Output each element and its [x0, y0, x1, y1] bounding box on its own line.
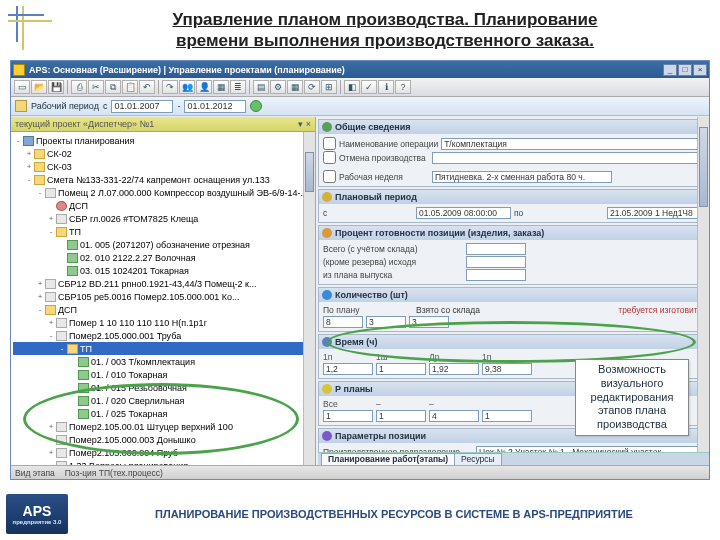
folder-icon: [45, 305, 56, 315]
doc-icon: [56, 435, 67, 445]
app-icon: [13, 64, 25, 76]
tree-row[interactable]: +СБР гл.0026 #ТОМ7825 Клеща: [13, 212, 313, 225]
folder-icon: [34, 149, 45, 159]
grn-icon: [78, 370, 89, 380]
folder-icon: [34, 175, 45, 185]
grn-icon: [78, 383, 89, 393]
tree-row[interactable]: +Помер 1 10 110 110 110 Н(п.1р1г: [13, 316, 313, 329]
section-readiness: Процент готовности позиции (изделия, зак…: [318, 225, 707, 285]
tree-row[interactable]: +Помер2.105.00.01 Штуцер верхний 100: [13, 420, 313, 433]
gear-button[interactable]: ⚙: [270, 80, 286, 94]
check-button[interactable]: ✓: [361, 80, 377, 94]
undo-button[interactable]: ↶: [139, 80, 155, 94]
plan-dot-icon: [322, 192, 332, 202]
help-button[interactable]: ?: [395, 80, 411, 94]
close-button[interactable]: ×: [693, 64, 707, 76]
grn-icon: [67, 240, 78, 250]
folder-icon: [34, 162, 45, 172]
doc-icon: [56, 214, 67, 224]
plan-to[interactable]: 21.05.2009 1 Нед1Ч8: [607, 207, 702, 219]
ready-dot-icon: [322, 228, 332, 238]
redo-button[interactable]: ↷: [162, 80, 178, 94]
tree-row[interactable]: +СК-02: [13, 147, 313, 160]
tree-row[interactable]: -Помер2.105.000.001 Труба: [13, 329, 313, 342]
week-value[interactable]: Пятидневка. 2-х сменная работа 80 ч.: [432, 171, 612, 183]
save-button[interactable]: 💾: [48, 80, 64, 94]
user-button[interactable]: 👤: [196, 80, 212, 94]
week-checkbox[interactable]: [323, 170, 336, 183]
window-title: APS: Основная (Расширение) | Управление …: [29, 65, 663, 75]
tree-row[interactable]: ДСП: [13, 199, 313, 212]
grn-icon: [67, 266, 78, 276]
blue-icon: [23, 136, 34, 146]
plan-from[interactable]: 01.05.2009 08:00:00: [416, 207, 511, 219]
doc-icon: [56, 318, 67, 328]
tree-row[interactable]: 01. / 003 Т/комплектация: [13, 355, 313, 368]
list-button[interactable]: ≣: [230, 80, 246, 94]
titlebar: APS: Основная (Расширение) | Управление …: [11, 61, 709, 78]
grn-icon: [78, 357, 89, 367]
max-button[interactable]: □: [678, 64, 692, 76]
open-button[interactable]: 📂: [31, 80, 47, 94]
doc-icon: [56, 448, 67, 458]
qty-dot-icon: [322, 290, 332, 300]
time-dot-icon: [322, 337, 332, 347]
left-panel: текущий проект «Диспетчер» №1 ▾ × -Проек…: [11, 117, 316, 465]
chart-button[interactable]: ▤: [253, 80, 269, 94]
apply-period-icon[interactable]: [250, 100, 262, 112]
project-tree[interactable]: -Проекты планирования+СК-02+СК-03-Смета …: [11, 132, 315, 465]
param-dot-icon: [322, 431, 332, 441]
tree-row[interactable]: -ДСП: [13, 303, 313, 316]
tree-row[interactable]: +СБР12 ВD.211 pnно0.1921-43,44/3 Помещ-2…: [13, 277, 313, 290]
tree-row[interactable]: -ТП: [13, 342, 313, 355]
calendar-button[interactable]: ▦: [287, 80, 303, 94]
status-dot-icon: [322, 122, 332, 132]
tree-row[interactable]: 01. / 025 Токарная: [13, 407, 313, 420]
folder-icon: [67, 344, 78, 354]
grn-icon: [67, 253, 78, 263]
min-button[interactable]: _: [663, 64, 677, 76]
slide-footer: APS предприятие 3.0 ПЛАНИРОВАНИЕ ПРОИЗВО…: [0, 492, 720, 536]
tree-row[interactable]: -Проекты планирования: [13, 134, 313, 147]
tree-row[interactable]: 01. / 020 Сверлильная: [13, 394, 313, 407]
tree-row[interactable]: 01. / 015 Резьбовочная: [13, 381, 313, 394]
callout-box: Возможность визуального редактирования э…: [575, 359, 689, 436]
folder-icon: [56, 227, 67, 237]
tree-row[interactable]: -Помещ 2 Л.07.000.000 Компрессор воздушн…: [13, 186, 313, 199]
main-toolbar: ▭📂💾⎙✂⧉📋↶↷👥👤▦≣▤⚙▦⟳⊞◧✓ℹ?: [11, 78, 709, 97]
tree-row[interactable]: 01. 005 (2071207) обозначение отрезная: [13, 238, 313, 251]
info-button[interactable]: ℹ: [378, 80, 394, 94]
date-to[interactable]: 01.01.2012: [184, 100, 246, 113]
grn-icon: [78, 396, 89, 406]
tree-row[interactable]: 02. 010 2122.2.27 Волочная: [13, 251, 313, 264]
copy-button[interactable]: ⧉: [105, 80, 121, 94]
date-from[interactable]: 01.01.2007: [111, 100, 173, 113]
doc-icon: [56, 422, 67, 432]
cut-button[interactable]: ✂: [88, 80, 104, 94]
doc-icon: [45, 279, 56, 289]
palette-button[interactable]: ◧: [344, 80, 360, 94]
tree-row[interactable]: 03. 015 1024201 Токарная: [13, 264, 313, 277]
tree-scrollbar[interactable]: [303, 132, 315, 465]
tree-button[interactable]: ⊞: [321, 80, 337, 94]
left-panel-controls[interactable]: ▾ ×: [298, 119, 311, 129]
tree-row[interactable]: +СБР105 ре5.0016 Помер2.105.000.001 Ко..…: [13, 290, 313, 303]
rplan-dot-icon: [322, 384, 332, 394]
right-scrollbar[interactable]: [697, 117, 709, 465]
refresh-button[interactable]: ⟳: [304, 80, 320, 94]
tree-row[interactable]: +Помер2.105.000.004 Пруб: [13, 446, 313, 459]
tree-row[interactable]: +Помер2.105.000.003 Донышко: [13, 433, 313, 446]
tree-row[interactable]: 01. / 010 Токарная: [13, 368, 313, 381]
section-quantity: Количество (шт) По плану Взято со склада…: [318, 287, 707, 332]
users-button[interactable]: 👥: [179, 80, 195, 94]
tree-row[interactable]: +СК-03: [13, 160, 313, 173]
tree-row[interactable]: -Смета №133-331-22/74 капремонт оснащени…: [13, 173, 313, 186]
aps-logo: APS предприятие 3.0: [6, 494, 68, 534]
print-button[interactable]: ⎙: [71, 80, 87, 94]
grid-button[interactable]: ▦: [213, 80, 229, 94]
slide-title: Управление планом производства. Планиров…: [70, 9, 700, 52]
tree-row[interactable]: -ТП: [13, 225, 313, 238]
section-general: Общие сведения Наименование операцииТ/ко…: [318, 119, 707, 187]
file-button[interactable]: ▭: [14, 80, 30, 94]
paste-button[interactable]: 📋: [122, 80, 138, 94]
